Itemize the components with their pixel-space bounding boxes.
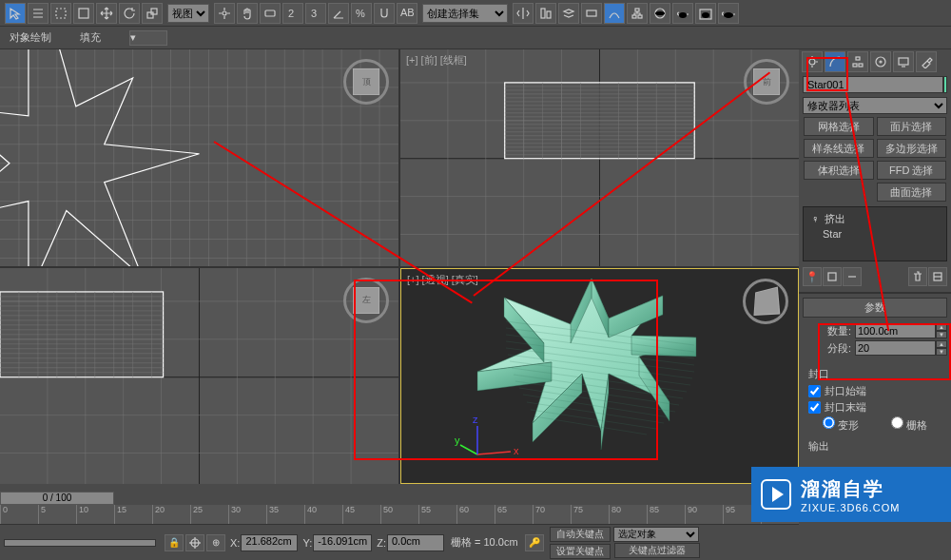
- amount-down[interactable]: ▼: [936, 331, 947, 338]
- scale-tool[interactable]: [142, 3, 163, 24]
- select-tool[interactable]: [5, 3, 26, 24]
- amount-up[interactable]: ▲: [936, 323, 947, 331]
- move-tool[interactable]: [96, 3, 117, 24]
- object-paint-tab[interactable]: 对象绘制: [10, 30, 51, 45]
- coord-x[interactable]: 21.682cm: [241, 534, 298, 551]
- sun-icon: [805, 55, 819, 68]
- edit-named-sel[interactable]: ABC: [397, 3, 417, 24]
- spinner-snap[interactable]: [374, 3, 395, 24]
- display-tab[interactable]: [893, 51, 914, 72]
- hierarchy-tab[interactable]: [847, 51, 868, 72]
- time-slider[interactable]: 0 / 100: [0, 492, 114, 505]
- sel-mesh-btn[interactable]: 网格选择: [804, 117, 874, 136]
- motion-tab[interactable]: [870, 51, 891, 72]
- segs-down[interactable]: ▼: [936, 348, 947, 356]
- sel-lock2[interactable]: [185, 534, 204, 551]
- render[interactable]: [718, 3, 739, 24]
- segs-input[interactable]: [855, 340, 936, 356]
- autokey-btn[interactable]: 自动关键点: [550, 527, 611, 542]
- curve-icon: [608, 7, 621, 20]
- viewport-perspective[interactable]: [+] [透视] [真实]: [400, 268, 799, 485]
- utilities-tab[interactable]: [916, 51, 937, 72]
- viewcube-left[interactable]: 左: [343, 278, 389, 323]
- cap-start-check[interactable]: [808, 385, 821, 397]
- remove-mod[interactable]: [908, 267, 927, 286]
- config-sets[interactable]: [928, 267, 947, 286]
- angle-snap[interactable]: [328, 3, 349, 24]
- pin-stack[interactable]: 📍: [803, 267, 822, 286]
- curve-editor[interactable]: [604, 3, 625, 24]
- rollout-output-title: 输出: [803, 437, 947, 455]
- viewport-left[interactable]: 左: [0, 268, 398, 485]
- create-tab[interactable]: [802, 51, 823, 72]
- coord-z[interactable]: 0.0cm: [387, 534, 444, 551]
- layers[interactable]: [558, 3, 579, 24]
- cap-grid-radio[interactable]: [891, 416, 903, 429]
- track-bar[interactable]: [4, 539, 156, 547]
- rollout-params-title[interactable]: 参数: [803, 298, 947, 318]
- svg-point-19: [702, 12, 709, 18]
- viewcube-top[interactable]: 顶: [343, 59, 389, 105]
- key-selected-dropdown[interactable]: 选定对象: [613, 527, 699, 542]
- segs-up[interactable]: ▲: [936, 340, 947, 348]
- viewport-top[interactable]: 顶: [0, 49, 398, 266]
- timeline[interactable]: 0 / 100 05101520253035404550556065707580…: [0, 505, 799, 524]
- sel-surface-btn[interactable]: 曲面选择: [877, 183, 947, 202]
- key-filter-btn[interactable]: 关键点过滤器: [614, 543, 700, 558]
- ref-coord-dropdown[interactable]: 视图: [167, 4, 209, 23]
- render-setup[interactable]: [672, 3, 693, 24]
- sel-patch-btn[interactable]: 面片选择: [877, 117, 947, 136]
- render-frame[interactable]: [695, 3, 716, 24]
- align[interactable]: [535, 3, 556, 24]
- object-color-swatch[interactable]: [943, 76, 947, 93]
- mirror[interactable]: [513, 3, 534, 24]
- svg-rect-10: [541, 9, 545, 18]
- svg-rect-2: [147, 12, 153, 18]
- modifier-list-dropdown[interactable]: 修改器列表: [803, 97, 947, 114]
- fill-tab[interactable]: 填充: [80, 30, 101, 45]
- keyboard-shortcut[interactable]: [260, 3, 281, 24]
- amount-input[interactable]: [855, 323, 936, 338]
- viewport-front[interactable]: [+] [前] [线框] 前: [400, 49, 799, 266]
- hammer-icon: [920, 55, 933, 68]
- select-rect[interactable]: [50, 3, 71, 24]
- abs-rel[interactable]: ⊕: [206, 534, 225, 551]
- sel-lock[interactable]: 🔒: [165, 534, 184, 551]
- key-mode[interactable]: 🔑: [525, 534, 544, 551]
- ribbon-dropdown[interactable]: ▾: [129, 30, 167, 46]
- select-by-name[interactable]: [28, 3, 49, 24]
- snap-toggle-2d[interactable]: 2: [282, 3, 303, 24]
- cap-morph-radio[interactable]: [823, 416, 835, 429]
- mod-star[interactable]: Star: [807, 227, 942, 241]
- graphite-ribbon[interactable]: [581, 3, 602, 24]
- sel-vol-btn[interactable]: 体积选择: [804, 161, 874, 180]
- object-name-input[interactable]: [803, 76, 943, 93]
- viewcube-front[interactable]: 前: [744, 59, 789, 105]
- rotate-tool[interactable]: [119, 3, 140, 24]
- viewcube-persp[interactable]: [743, 279, 788, 324]
- svg-rect-172: [856, 57, 860, 60]
- snap2-icon: 2: [286, 7, 300, 20]
- sel-ffd-btn[interactable]: FFD 选择: [877, 161, 947, 180]
- schematic-view[interactable]: [627, 3, 648, 24]
- modify-tab[interactable]: [825, 51, 845, 72]
- manipulate[interactable]: [237, 3, 258, 24]
- percent-snap[interactable]: %: [351, 3, 372, 24]
- window-crossing[interactable]: [73, 3, 94, 24]
- setkey-btn[interactable]: 设置关键点: [550, 544, 611, 559]
- make-unique[interactable]: [843, 267, 862, 286]
- named-sel-dropdown[interactable]: 创建选择集: [422, 4, 508, 23]
- coord-y[interactable]: -16.091cm: [313, 534, 372, 551]
- svg-rect-14: [632, 15, 636, 18]
- extruded-star-mesh: x y z: [449, 269, 734, 459]
- pivot-button[interactable]: [214, 3, 235, 24]
- modifier-stack[interactable]: ♀ 挤出 Star: [803, 206, 947, 261]
- material-editor[interactable]: [650, 3, 670, 24]
- sel-spline-btn[interactable]: 样条线选择: [804, 139, 874, 158]
- command-panel-tabs: [799, 49, 951, 74]
- viewport-label-front: [+] [前] [线框]: [406, 53, 467, 68]
- show-end-result[interactable]: [823, 267, 842, 286]
- cap-end-check[interactable]: [808, 401, 821, 414]
- sel-poly-btn[interactable]: 多边形选择: [877, 139, 947, 158]
- snap-toggle-3d[interactable]: 3: [305, 3, 326, 24]
